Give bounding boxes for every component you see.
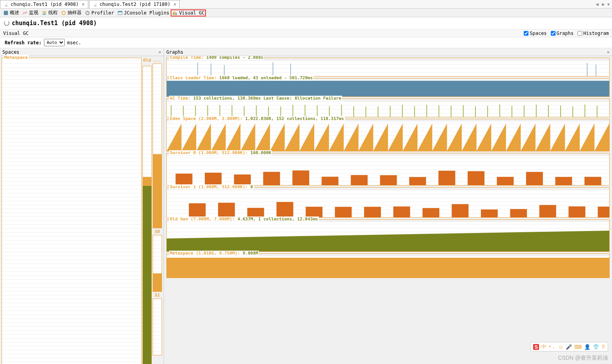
graph-label: Metaspace (1.010G, 9.750M): <box>170 251 242 256</box>
metaspace-box: Metaspace <box>2 58 142 364</box>
svg-rect-79 <box>452 204 468 217</box>
svg-rect-63 <box>409 177 426 185</box>
svg-rect-2 <box>43 13 46 13</box>
svg-marker-54 <box>167 124 609 151</box>
old-column: Old <box>142 58 152 364</box>
svg-rect-83 <box>568 206 585 217</box>
svg-rect-58 <box>263 172 280 185</box>
btn-label: 抽样器 <box>67 9 82 16</box>
graph-value: 1409 compiles - 2.888s <box>206 56 264 60</box>
svg-rect-66 <box>497 177 514 185</box>
graph-value: 160.000K <box>250 150 271 155</box>
tab-test2[interactable]: chunqiu.Test2 (pid 17180) × <box>89 0 180 8</box>
svg-rect-60 <box>322 177 339 185</box>
refresh-select[interactable]: Auto <box>44 39 65 46</box>
svg-rect-68 <box>555 177 572 185</box>
sub-title: Visual GC <box>3 31 29 36</box>
close-icon[interactable]: × <box>158 49 161 55</box>
tab-label: chunqiu.Test1 (pid 4908) <box>11 2 78 7</box>
sub-bar: Visual GC Spaces Graphs Histogram <box>0 29 612 37</box>
ime-bar[interactable]: S 中 •， ☺ 🎤 ⌨ 👤 👕 ⠿ <box>530 342 608 351</box>
graph-label: Old Gen (7.000M, 7.000M): <box>170 217 237 222</box>
ime-emoji-icon[interactable]: ☺ <box>558 344 563 350</box>
threads-button[interactable]: 线程 <box>40 9 59 16</box>
tab-list-icon[interactable]: ▾ <box>607 2 610 7</box>
svg-rect-65 <box>468 171 484 185</box>
svg-rect-69 <box>585 177 601 185</box>
tab-test1[interactable]: chunqiu.Test1 (pid 4908) × <box>0 0 88 8</box>
ime-mic-icon[interactable]: 🎤 <box>566 344 572 350</box>
old-box <box>142 66 152 364</box>
close-icon[interactable]: × <box>607 49 610 55</box>
chk-label: Graphs <box>557 31 574 36</box>
spaces-body: Metaspace Old ... S0 S1 <box>0 56 164 364</box>
svg-rect-0 <box>4 11 8 15</box>
sampler-icon <box>61 10 66 16</box>
graph-label: GC Time: <box>170 96 193 101</box>
spaces-checkbox[interactable]: Spaces <box>524 31 546 36</box>
prev-tab-icon[interactable]: ◄ <box>595 2 599 7</box>
overview-icon <box>3 10 9 16</box>
gctime-graph: GC Time: 153 collections, 130.360ms Last… <box>166 98 610 117</box>
graph-value: 1668 loaded, 43 unloaded - 501.720ms <box>219 75 313 80</box>
btn-label: JConsole Plugins <box>124 10 169 16</box>
close-icon[interactable]: × <box>82 2 84 7</box>
old-fill-used <box>143 186 151 364</box>
svg-rect-57 <box>234 175 251 185</box>
ime-punct-icon[interactable]: •， <box>549 343 556 350</box>
sampler-button[interactable]: 抽样器 <box>59 9 83 16</box>
panel-title: Spaces <box>2 49 19 55</box>
svg-rect-10 <box>176 13 177 15</box>
btn-label: 概述 <box>10 9 19 16</box>
graph-value: 153 collections, 130.360ms Last Cause: A… <box>193 96 342 101</box>
eden-graph: Eden Space (2.000M, 2.000M): 1,022.836K,… <box>166 119 610 151</box>
svg-rect-55 <box>176 174 193 185</box>
checkbox-input[interactable] <box>524 31 528 36</box>
box-label: Metaspace <box>4 55 29 60</box>
compile-graph: Compile Time: 1409 compiles - 2.888s <box>166 58 610 76</box>
svg-rect-62 <box>380 175 397 185</box>
svg-rect-64 <box>439 171 455 185</box>
jconsole-icon <box>117 10 123 16</box>
svg-rect-9 <box>175 11 176 15</box>
svg-rect-75 <box>335 207 352 217</box>
checkbox-input[interactable] <box>577 31 582 36</box>
spinner-icon <box>4 20 9 26</box>
ime-skin-icon[interactable]: 👕 <box>593 344 599 350</box>
monitor-button[interactable]: 监视 <box>21 9 40 16</box>
svg-rect-84 <box>598 207 609 217</box>
svg-rect-1 <box>43 11 46 12</box>
overview-button[interactable]: 概述 <box>2 9 21 16</box>
chk-label: Histogram <box>583 31 609 36</box>
ime-tools-icon[interactable]: ⠿ <box>601 344 605 350</box>
jconsole-button[interactable]: JConsole Plugins <box>116 10 171 16</box>
ime-keyboard-icon[interactable]: ⌨ <box>574 344 582 350</box>
s1-box <box>153 298 162 355</box>
histogram-checkbox[interactable]: Histogram <box>577 31 609 36</box>
refresh-label: Refresh rate: <box>5 40 42 46</box>
close-icon[interactable]: × <box>173 2 176 7</box>
heap-column: ... S0 S1 <box>153 58 162 364</box>
btn-label: Visual GC <box>179 10 204 16</box>
graphs-panel: Graphs × Compile Time: 1409 compiles - 2… <box>164 48 612 364</box>
svg-rect-8 <box>173 12 174 15</box>
svg-rect-86 <box>167 258 609 278</box>
watermark: CSDN @壹升茉莉清 <box>558 355 608 362</box>
checkbox-input[interactable] <box>551 31 556 36</box>
s0-label: S0 <box>153 229 162 234</box>
visualgc-button[interactable]: Visual GC <box>171 9 206 16</box>
eden-box <box>153 64 162 228</box>
graphs-body: Compile Time: 1409 compiles - 2.888s Cla… <box>164 56 612 364</box>
svg-rect-77 <box>393 206 410 217</box>
ime-user-icon[interactable]: 👤 <box>584 344 590 350</box>
svg-marker-85 <box>167 231 609 251</box>
chk-label: Spaces <box>530 31 546 36</box>
tab-label: chunqiu.Test2 (pid 17180) <box>100 2 171 7</box>
graphs-checkbox[interactable]: Graphs <box>551 31 574 36</box>
profiler-button[interactable]: Profiler <box>83 10 116 16</box>
sogou-logo-icon: S <box>533 344 539 350</box>
btn-label: Profiler <box>91 10 114 16</box>
eden-fill <box>153 154 162 228</box>
next-tab-icon[interactable]: ► <box>601 2 606 7</box>
visualgc-icon <box>172 10 178 16</box>
